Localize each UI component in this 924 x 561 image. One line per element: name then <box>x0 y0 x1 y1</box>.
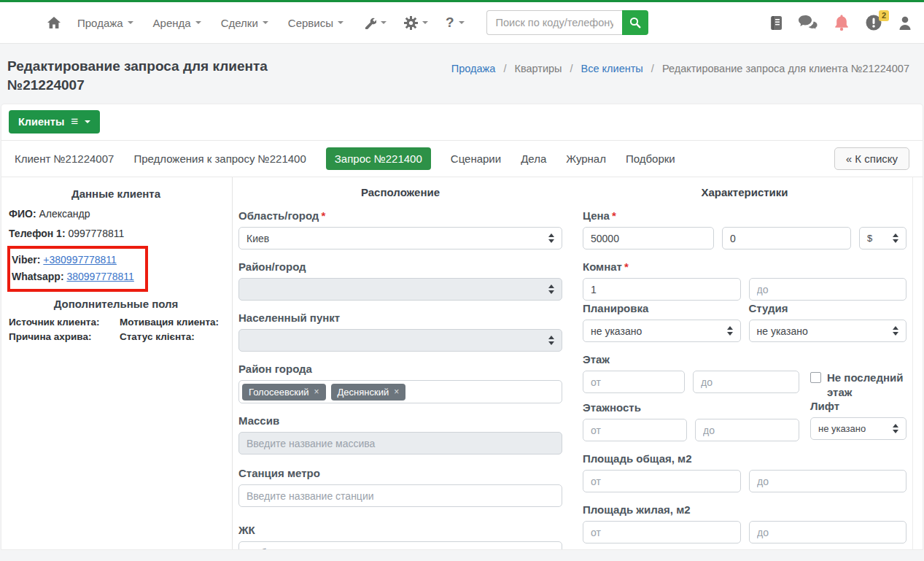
not-last-floor-checkbox[interactable] <box>810 372 821 383</box>
price-to-input[interactable] <box>722 227 851 249</box>
chevron-down-icon <box>422 21 428 24</box>
chevron-down-icon <box>459 21 465 24</box>
tab-tasks[interactable]: Дела <box>521 152 546 165</box>
home-icon[interactable] <box>47 16 61 29</box>
jk-input[interactable] <box>238 541 562 549</box>
rooms-to-input[interactable] <box>749 278 907 301</box>
viber-link[interactable]: +380997778811 <box>43 254 117 266</box>
floor-from-input[interactable] <box>583 371 685 393</box>
settings-menu[interactable] <box>404 16 428 30</box>
tab-scenarios[interactable]: Сценарии <box>451 152 501 165</box>
tools-menu[interactable] <box>363 16 387 29</box>
region-city-value: Киев <box>246 233 269 244</box>
journal-icon[interactable] <box>770 15 783 31</box>
select-arrows-icon <box>548 336 554 345</box>
annotation-red-box: Viber: +380997778811 Whatsapp: 380997778… <box>7 246 148 292</box>
rooms-row <box>583 278 906 301</box>
tab-offers[interactable]: Предложения к запросу №221400 <box>133 152 306 165</box>
tab-request-active[interactable]: Запрос №221400 <box>326 147 431 170</box>
help-menu[interactable]: ? <box>446 15 465 31</box>
settlement-select <box>238 329 562 352</box>
breadcrumb-all-clients-link[interactable]: Все клиенты <box>581 63 643 74</box>
lift-select[interactable]: не указано <box>810 417 906 440</box>
profile-icon[interactable] <box>898 15 912 31</box>
client-whatsapp: Whatsapp: 380997778811 <box>12 269 138 284</box>
search-button[interactable] <box>622 10 648 35</box>
gear-icon <box>404 16 418 30</box>
page-header: Редактирование запроса для клиента №2122… <box>0 44 924 94</box>
client-data-panel: Данные клиента ФИО: Александр Телефон 1:… <box>1 177 233 549</box>
characteristics-section: Характеристики Цена* $ Комнат* Планировк… <box>570 177 923 549</box>
breadcrumb: Продажа / Квартиры / Все клиенты / Редак… <box>451 63 909 94</box>
city-district-tags-input[interactable]: Голосеевский× Деснянский× <box>238 380 562 403</box>
nav-item-deals-label: Сделки <box>221 17 258 29</box>
price-from-input[interactable] <box>583 227 714 249</box>
nav-item-rent-label: Аренда <box>153 17 191 29</box>
area-total-to-input[interactable] <box>749 470 906 492</box>
client-archive-reason-label: Причина ахрива: <box>9 331 120 342</box>
settlement-label: Населенный пункт <box>238 312 562 324</box>
nav-item-sale[interactable]: Продажа <box>77 17 133 29</box>
area-total-row <box>583 470 906 492</box>
phone-value: 0997778811 <box>68 228 124 239</box>
area-total-label: Площадь общая, м2 <box>583 452 906 465</box>
tag-close-icon[interactable]: × <box>314 387 319 397</box>
nav-item-rent[interactable]: Аренда <box>153 17 201 29</box>
layout-select[interactable]: не указано <box>583 320 741 342</box>
floors-from-input[interactable] <box>583 419 687 441</box>
currency-value: $ <box>867 233 872 244</box>
select-arrows-icon <box>893 233 898 243</box>
lift-value: не указано <box>818 423 866 434</box>
nav-item-services-label: Сервисы <box>288 17 333 29</box>
studio-label: Студия <box>749 302 907 314</box>
lift-label: Лифт <box>810 400 906 412</box>
top-navbar: Продажа Аренда Сделки Сервисы ? <box>0 2 924 44</box>
nav-item-deals[interactable]: Сделки <box>221 17 268 29</box>
back-to-list-button[interactable]: « К списку <box>834 147 909 170</box>
whatsapp-link[interactable]: 380997778811 <box>66 271 133 282</box>
alerts-badge: 2 <box>879 10 889 21</box>
studio-select[interactable]: не указано <box>749 320 907 342</box>
select-arrows-icon <box>893 326 898 336</box>
tab-journal[interactable]: Журнал <box>566 152 606 165</box>
clients-button-label: Клиенты <box>18 116 64 128</box>
floors-total-label: Этажность <box>583 401 799 414</box>
alerts-icon[interactable]: 2 <box>865 14 882 31</box>
not-last-floor-label: Не последний этаж <box>827 371 906 400</box>
phone-label: Телефон 1: <box>9 228 66 239</box>
tab-selections[interactable]: Подборки <box>626 152 675 165</box>
location-title: Расположение <box>238 186 562 198</box>
area-living-row <box>583 521 906 543</box>
metro-input[interactable] <box>238 484 562 507</box>
clients-menu-button[interactable]: Клиенты ≡ <box>9 110 100 134</box>
panel-toolbar: Клиенты ≡ <box>1 104 923 141</box>
floors-to-input[interactable] <box>695 419 799 441</box>
region-city-select[interactable]: Киев <box>238 227 562 249</box>
floors-lift-row: Этажность Лифт не указано <box>583 400 906 441</box>
breadcrumb-separator: / <box>651 63 654 74</box>
tabs-bar: Клиент №21224007 Предложения к запросу №… <box>1 141 923 177</box>
search-box <box>486 10 648 35</box>
tab-client[interactable]: Клиент №21224007 <box>15 152 114 165</box>
area-living-to-input[interactable] <box>749 521 906 543</box>
extra-fields-title: Дополнительные поля <box>9 298 223 310</box>
messages-icon[interactable] <box>798 15 818 31</box>
notifications-bell-icon[interactable] <box>834 14 850 31</box>
currency-select[interactable]: $ <box>859 227 906 249</box>
client-viber: Viber: +380997778811 <box>12 252 138 267</box>
client-status-label: Статус клієнта: <box>120 331 223 342</box>
top-right-icons: 2 <box>770 14 912 31</box>
chevron-down-icon <box>381 21 387 24</box>
area-total-from-input[interactable] <box>583 470 741 492</box>
area-living-from-input[interactable] <box>583 521 741 543</box>
rooms-from-input[interactable] <box>583 278 741 301</box>
characteristics-title: Характеристики <box>583 186 906 198</box>
breadcrumb-apartments: Квартиры <box>514 63 562 74</box>
studio-value: не указано <box>757 325 808 337</box>
floor-to-input[interactable] <box>693 371 799 393</box>
client-fio: ФИО: Александр <box>9 206 223 221</box>
nav-item-services[interactable]: Сервисы <box>288 17 343 29</box>
tag-close-icon[interactable]: × <box>394 387 399 397</box>
search-input[interactable] <box>486 10 622 35</box>
breadcrumb-sale-link[interactable]: Продажа <box>451 63 496 74</box>
